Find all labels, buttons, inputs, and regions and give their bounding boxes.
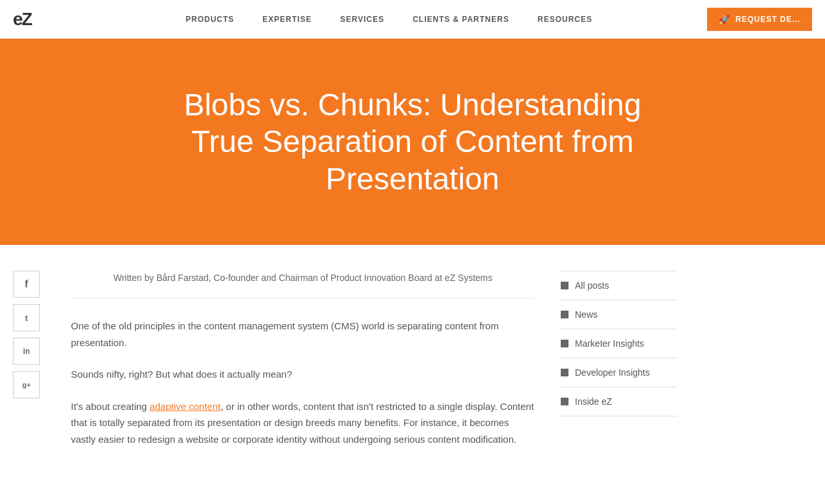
hero-banner: Blobs vs. Chunks: Understanding True Sep… — [0, 39, 825, 245]
para3-prefix: It's about creating — [71, 401, 150, 412]
article-paragraph-2: Sounds nifty, right? But what does it ac… — [71, 366, 535, 383]
social-sidebar: f t in g+ — [13, 271, 45, 463]
linkedin-icon: in — [23, 347, 30, 356]
article-paragraph-3: It's about creating adaptive content, or… — [71, 398, 535, 448]
category-square-icon — [561, 369, 568, 376]
twitter-share-button[interactable]: t — [13, 304, 40, 331]
article-body: One of the old principles in the content… — [71, 318, 535, 447]
category-label-news: News — [575, 309, 597, 320]
nav-links: PRODUCTS EXPERTISE SERVICES CLIENTS & PA… — [71, 15, 707, 24]
category-square-icon — [561, 398, 568, 405]
right-sidebar: All posts News Marketer Insights Develop… — [561, 271, 677, 463]
hero-title: Blobs vs. Chunks: Understanding True Sep… — [155, 86, 670, 198]
nav-products[interactable]: PRODUCTS — [171, 15, 248, 24]
category-square-icon — [561, 282, 568, 289]
request-demo-button[interactable]: 🚀 REQUEST DE... — [707, 8, 812, 31]
article-paragraph-1: One of the old principles in the content… — [71, 318, 535, 351]
nav-expertise[interactable]: EXPERTISE — [248, 15, 325, 24]
cta-label: REQUEST DE... — [735, 15, 801, 24]
nav-clients-partners[interactable]: CLIENTS & PARTNERS — [398, 15, 523, 24]
sidebar-item-all-posts[interactable]: All posts — [561, 271, 677, 300]
category-label-all-posts: All posts — [575, 280, 609, 291]
linkedin-share-button[interactable]: in — [13, 338, 40, 365]
sidebar-item-marketer-insights[interactable]: Marketer Insights — [561, 329, 677, 358]
sidebar-item-developer-insights[interactable]: Developer Insights — [561, 358, 677, 387]
category-square-icon — [561, 311, 568, 318]
category-label-inside-ez: Inside eZ — [575, 396, 612, 407]
article-section: Written by Bård Farstad, Co-founder and … — [71, 271, 535, 463]
category-square-icon — [561, 340, 568, 347]
logo-text: eZ — [13, 9, 32, 29]
nav-resources[interactable]: RESOURCES — [523, 15, 607, 24]
facebook-share-button[interactable]: f — [13, 271, 40, 298]
category-label-developer-insights: Developer Insights — [575, 367, 650, 378]
sidebar-item-inside-ez[interactable]: Inside eZ — [561, 387, 677, 416]
main-content: f t in g+ Written by Bård Farstad, Co-fo… — [0, 245, 825, 489]
rocket-icon: 🚀 — [719, 14, 730, 24]
article-byline: Written by Bård Farstad, Co-founder and … — [71, 271, 535, 298]
adaptive-content-link[interactable]: adaptive content — [150, 401, 220, 412]
navbar: eZ PRODUCTS EXPERTISE SERVICES CLIENTS &… — [0, 0, 825, 39]
nav-services[interactable]: SERVICES — [326, 15, 398, 24]
category-label-marketer-insights: Marketer Insights — [575, 338, 644, 349]
googleplus-icon: g+ — [22, 381, 30, 389]
sidebar-item-news[interactable]: News — [561, 300, 677, 329]
twitter-icon: t — [25, 313, 28, 323]
googleplus-share-button[interactable]: g+ — [13, 371, 40, 398]
facebook-icon: f — [24, 278, 28, 290]
logo[interactable]: eZ — [13, 9, 52, 30]
